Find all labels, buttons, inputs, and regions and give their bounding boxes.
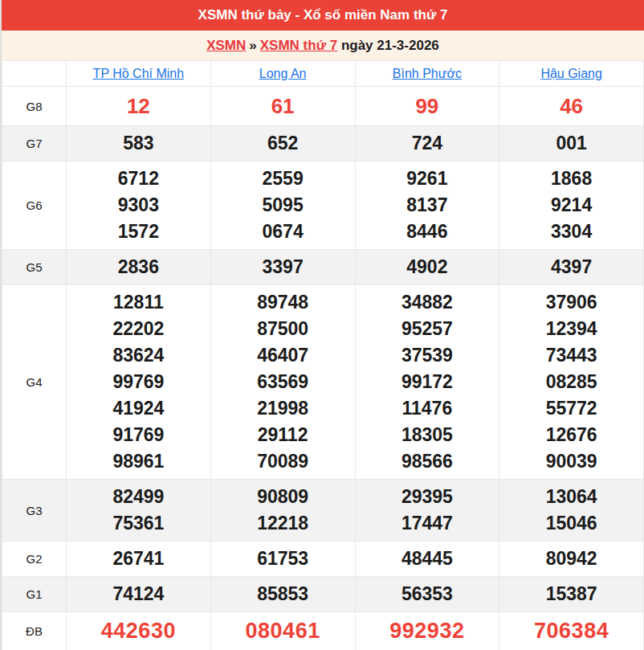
prize-cell: 186892143304 — [499, 161, 644, 250]
prize-number: 37906 — [499, 289, 643, 316]
prize-cell: 61753 — [210, 542, 355, 577]
prize-number: 22202 — [67, 316, 210, 342]
prize-number: 29112 — [211, 422, 355, 448]
prize-number: 48445 — [356, 546, 499, 572]
prize-number: 1868 — [499, 166, 643, 192]
prize-row-g3: G382499753619080912218293951744713064150… — [2, 480, 644, 542]
prize-cell: 001 — [499, 126, 644, 161]
prize-number: 15046 — [499, 510, 643, 537]
prize-number: 80942 — [499, 546, 643, 572]
prize-number: 17447 — [356, 510, 499, 537]
province-header-link[interactable]: Long An — [259, 67, 307, 80]
lottery-results-page: XSMN thứ bảy - Xổ số miền Nam thứ 7 XSMN… — [0, 0, 644, 650]
prize-cell: 442630 — [67, 612, 211, 650]
prize-number: 2836 — [67, 254, 210, 280]
breadcrumb-link-xsmn[interactable]: XSMN — [206, 38, 246, 53]
prize-number: 26741 — [67, 546, 210, 572]
prize-row-g8: G812619946 — [2, 87, 644, 126]
prize-number: 724 — [356, 130, 499, 157]
prize-cell: 9080912218 — [210, 480, 355, 542]
prize-cell: 4397 — [499, 250, 644, 285]
prize-number: 98961 — [67, 448, 210, 475]
prize-label: G7 — [2, 126, 67, 161]
prize-row-g1: G174124858535635315387 — [2, 577, 644, 612]
prize-number: 5095 — [211, 192, 355, 219]
prize-number: 99 — [356, 91, 499, 121]
prize-number: 99769 — [67, 369, 210, 395]
prize-number: 4902 — [356, 254, 499, 280]
prize-number: 99172 — [356, 369, 499, 395]
prize-cell: 080461 — [210, 612, 355, 650]
province-header-link[interactable]: Bình Phước — [393, 67, 462, 80]
prize-cell: 652 — [210, 126, 355, 161]
prize-number: 87500 — [211, 316, 355, 342]
prize-number: 85853 — [211, 581, 355, 607]
province-header-link[interactable]: TP Hồ Chí Minh — [93, 67, 185, 80]
prize-cell: 706384 — [499, 612, 644, 650]
prize-number: 46407 — [211, 342, 355, 369]
page-title: XSMN thứ bảy - Xổ số miền Nam thứ 7 — [2, 0, 644, 31]
prize-label: G5 — [2, 250, 67, 285]
prize-number: 12218 — [211, 510, 355, 537]
prize-number: 70089 — [211, 448, 355, 475]
prize-cell: 2939517447 — [355, 480, 499, 542]
prize-number: 55772 — [499, 395, 643, 422]
prize-number: 706384 — [499, 616, 643, 646]
prize-cell: 61 — [210, 87, 355, 126]
prize-label: G3 — [2, 480, 67, 542]
province-header: Bình Phước — [355, 61, 499, 87]
prize-number: 12 — [67, 91, 210, 121]
prize-cell: 4902 — [355, 250, 499, 285]
prize-row-g4: G412811222028362499769419249176998961897… — [2, 285, 644, 480]
prize-cell: 34882952573753999172114761830598566 — [355, 285, 499, 480]
prize-number: 8446 — [356, 219, 499, 245]
prize-cell: 12 — [67, 87, 211, 126]
prize-number: 9261 — [356, 166, 499, 192]
prize-number: 61 — [211, 91, 355, 121]
prize-number: 652 — [211, 130, 355, 157]
province-header-row: TP Hồ Chí MinhLong AnBình PhướcHậu Giang — [2, 61, 644, 87]
prize-number: 2559 — [211, 166, 355, 192]
province-header: TP Hồ Chí Minh — [67, 61, 211, 87]
prize-cell: 15387 — [499, 577, 644, 612]
prize-label: G2 — [2, 542, 67, 577]
prize-label: G4 — [2, 285, 67, 480]
prize-cell: 99 — [355, 87, 499, 126]
prize-cell: 12811222028362499769419249176998961 — [67, 285, 211, 480]
prize-number: 90039 — [499, 448, 643, 475]
prize-row-g5: G52836339749024397 — [2, 250, 644, 285]
prize-number: 4397 — [499, 254, 643, 280]
prize-number: 61753 — [211, 546, 355, 572]
prize-cell: 2836 — [67, 250, 211, 285]
prize-number: 56353 — [356, 581, 499, 607]
prize-number: 98566 — [356, 448, 499, 475]
prize-cell: 1306415046 — [499, 480, 644, 542]
prize-number: 73443 — [499, 342, 643, 369]
prize-number: 83624 — [67, 342, 210, 369]
prize-number: 992932 — [356, 616, 499, 646]
prize-number: 41924 — [67, 395, 210, 422]
prize-number: 3397 — [211, 254, 355, 280]
prize-number: 1572 — [67, 219, 210, 245]
prize-number: 001 — [499, 130, 643, 157]
prize-cell: 926181378446 — [355, 161, 499, 250]
prize-number: 91769 — [67, 422, 210, 448]
prize-number: 75361 — [67, 510, 210, 537]
prize-number: 9214 — [499, 192, 643, 219]
province-header-link[interactable]: Hậu Giang — [540, 67, 602, 80]
prize-cell: 255950950674 — [210, 161, 355, 250]
prize-number: 15387 — [499, 581, 643, 607]
prize-number: 82499 — [67, 484, 210, 510]
prize-number: 90809 — [211, 484, 355, 510]
prize-cell: 89748875004640763569219982911270089 — [210, 285, 355, 480]
prize-number: 63569 — [211, 369, 355, 395]
prize-cell: 3397 — [210, 250, 355, 285]
prize-cell: 80942 — [499, 542, 644, 577]
corner-cell — [2, 61, 67, 87]
prize-number: 12394 — [499, 316, 643, 342]
results-body: G812619946G7583652724001G667129303157225… — [2, 87, 644, 650]
prize-number: 6712 — [67, 166, 210, 192]
prize-cell: 74124 — [67, 577, 211, 612]
breadcrumb-link-xsmn-thu-7[interactable]: XSMN thứ 7 — [260, 38, 337, 53]
prize-row-db: ĐB442630080461992932706384 — [2, 612, 644, 650]
